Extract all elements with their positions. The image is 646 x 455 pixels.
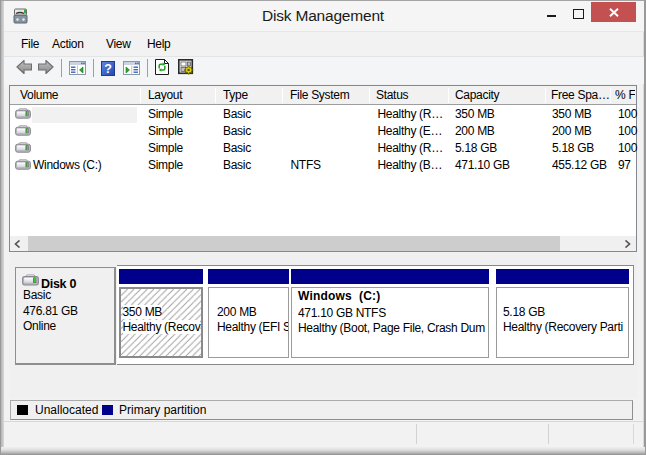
svg-text:?: ? xyxy=(104,62,112,76)
